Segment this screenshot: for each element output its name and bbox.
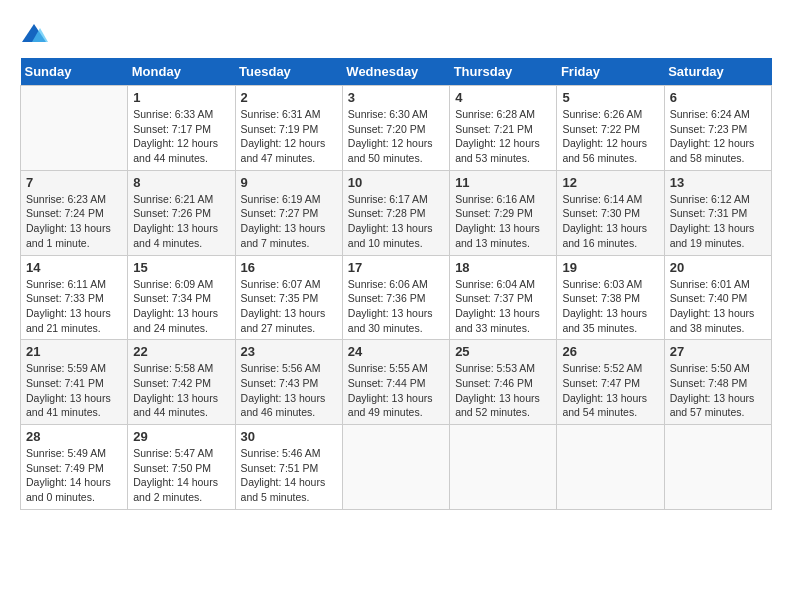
cell-content: Sunrise: 5:56 AM Sunset: 7:43 PM Dayligh… <box>241 361 337 420</box>
day-number: 14 <box>26 260 122 275</box>
day-number: 18 <box>455 260 551 275</box>
calendar-header-row: SundayMondayTuesdayWednesdayThursdayFrid… <box>21 58 772 86</box>
day-number: 30 <box>241 429 337 444</box>
calendar-cell: 21 Sunrise: 5:59 AM Sunset: 7:41 PM Dayl… <box>21 340 128 425</box>
calendar-cell <box>664 425 771 510</box>
cell-content: Sunrise: 6:09 AM Sunset: 7:34 PM Dayligh… <box>133 277 229 336</box>
day-number: 13 <box>670 175 766 190</box>
day-number: 19 <box>562 260 658 275</box>
calendar-cell: 29 Sunrise: 5:47 AM Sunset: 7:50 PM Dayl… <box>128 425 235 510</box>
day-number: 17 <box>348 260 444 275</box>
cell-content: Sunrise: 5:47 AM Sunset: 7:50 PM Dayligh… <box>133 446 229 505</box>
calendar-week-row: 1 Sunrise: 6:33 AM Sunset: 7:17 PM Dayli… <box>21 86 772 171</box>
calendar-table: SundayMondayTuesdayWednesdayThursdayFrid… <box>20 58 772 510</box>
day-number: 2 <box>241 90 337 105</box>
calendar-cell: 10 Sunrise: 6:17 AM Sunset: 7:28 PM Dayl… <box>342 170 449 255</box>
logo <box>20 20 52 48</box>
cell-content: Sunrise: 5:50 AM Sunset: 7:48 PM Dayligh… <box>670 361 766 420</box>
day-number: 10 <box>348 175 444 190</box>
cell-content: Sunrise: 6:26 AM Sunset: 7:22 PM Dayligh… <box>562 107 658 166</box>
calendar-cell: 12 Sunrise: 6:14 AM Sunset: 7:30 PM Dayl… <box>557 170 664 255</box>
day-header-wednesday: Wednesday <box>342 58 449 86</box>
cell-content: Sunrise: 6:30 AM Sunset: 7:20 PM Dayligh… <box>348 107 444 166</box>
cell-content: Sunrise: 6:03 AM Sunset: 7:38 PM Dayligh… <box>562 277 658 336</box>
calendar-cell: 1 Sunrise: 6:33 AM Sunset: 7:17 PM Dayli… <box>128 86 235 171</box>
day-number: 24 <box>348 344 444 359</box>
calendar-cell: 4 Sunrise: 6:28 AM Sunset: 7:21 PM Dayli… <box>450 86 557 171</box>
day-number: 3 <box>348 90 444 105</box>
calendar-cell: 19 Sunrise: 6:03 AM Sunset: 7:38 PM Dayl… <box>557 255 664 340</box>
cell-content: Sunrise: 5:49 AM Sunset: 7:49 PM Dayligh… <box>26 446 122 505</box>
cell-content: Sunrise: 6:17 AM Sunset: 7:28 PM Dayligh… <box>348 192 444 251</box>
calendar-cell: 6 Sunrise: 6:24 AM Sunset: 7:23 PM Dayli… <box>664 86 771 171</box>
calendar-cell: 15 Sunrise: 6:09 AM Sunset: 7:34 PM Dayl… <box>128 255 235 340</box>
day-header-sunday: Sunday <box>21 58 128 86</box>
cell-content: Sunrise: 6:16 AM Sunset: 7:29 PM Dayligh… <box>455 192 551 251</box>
cell-content: Sunrise: 6:31 AM Sunset: 7:19 PM Dayligh… <box>241 107 337 166</box>
calendar-cell: 26 Sunrise: 5:52 AM Sunset: 7:47 PM Dayl… <box>557 340 664 425</box>
calendar-cell <box>21 86 128 171</box>
day-number: 27 <box>670 344 766 359</box>
calendar-cell: 18 Sunrise: 6:04 AM Sunset: 7:37 PM Dayl… <box>450 255 557 340</box>
cell-content: Sunrise: 6:21 AM Sunset: 7:26 PM Dayligh… <box>133 192 229 251</box>
day-number: 7 <box>26 175 122 190</box>
calendar-cell: 16 Sunrise: 6:07 AM Sunset: 7:35 PM Dayl… <box>235 255 342 340</box>
calendar-cell <box>450 425 557 510</box>
calendar-cell: 24 Sunrise: 5:55 AM Sunset: 7:44 PM Dayl… <box>342 340 449 425</box>
calendar-week-row: 7 Sunrise: 6:23 AM Sunset: 7:24 PM Dayli… <box>21 170 772 255</box>
cell-content: Sunrise: 6:14 AM Sunset: 7:30 PM Dayligh… <box>562 192 658 251</box>
day-number: 15 <box>133 260 229 275</box>
cell-content: Sunrise: 6:01 AM Sunset: 7:40 PM Dayligh… <box>670 277 766 336</box>
calendar-cell: 25 Sunrise: 5:53 AM Sunset: 7:46 PM Dayl… <box>450 340 557 425</box>
day-number: 20 <box>670 260 766 275</box>
day-number: 22 <box>133 344 229 359</box>
day-number: 21 <box>26 344 122 359</box>
calendar-cell: 3 Sunrise: 6:30 AM Sunset: 7:20 PM Dayli… <box>342 86 449 171</box>
cell-content: Sunrise: 5:46 AM Sunset: 7:51 PM Dayligh… <box>241 446 337 505</box>
calendar-cell: 8 Sunrise: 6:21 AM Sunset: 7:26 PM Dayli… <box>128 170 235 255</box>
day-number: 25 <box>455 344 551 359</box>
day-number: 26 <box>562 344 658 359</box>
cell-content: Sunrise: 5:58 AM Sunset: 7:42 PM Dayligh… <box>133 361 229 420</box>
day-number: 1 <box>133 90 229 105</box>
day-number: 8 <box>133 175 229 190</box>
calendar-cell: 27 Sunrise: 5:50 AM Sunset: 7:48 PM Dayl… <box>664 340 771 425</box>
cell-content: Sunrise: 6:11 AM Sunset: 7:33 PM Dayligh… <box>26 277 122 336</box>
calendar-cell: 30 Sunrise: 5:46 AM Sunset: 7:51 PM Dayl… <box>235 425 342 510</box>
cell-content: Sunrise: 6:24 AM Sunset: 7:23 PM Dayligh… <box>670 107 766 166</box>
day-number: 6 <box>670 90 766 105</box>
day-header-thursday: Thursday <box>450 58 557 86</box>
calendar-cell <box>557 425 664 510</box>
day-number: 28 <box>26 429 122 444</box>
calendar-week-row: 21 Sunrise: 5:59 AM Sunset: 7:41 PM Dayl… <box>21 340 772 425</box>
cell-content: Sunrise: 6:06 AM Sunset: 7:36 PM Dayligh… <box>348 277 444 336</box>
logo-icon <box>20 20 48 48</box>
day-header-monday: Monday <box>128 58 235 86</box>
day-header-tuesday: Tuesday <box>235 58 342 86</box>
day-number: 23 <box>241 344 337 359</box>
calendar-cell: 14 Sunrise: 6:11 AM Sunset: 7:33 PM Dayl… <box>21 255 128 340</box>
page-header <box>20 20 772 48</box>
cell-content: Sunrise: 6:28 AM Sunset: 7:21 PM Dayligh… <box>455 107 551 166</box>
cell-content: Sunrise: 6:07 AM Sunset: 7:35 PM Dayligh… <box>241 277 337 336</box>
cell-content: Sunrise: 5:59 AM Sunset: 7:41 PM Dayligh… <box>26 361 122 420</box>
day-header-friday: Friday <box>557 58 664 86</box>
day-number: 4 <box>455 90 551 105</box>
cell-content: Sunrise: 6:23 AM Sunset: 7:24 PM Dayligh… <box>26 192 122 251</box>
calendar-cell <box>342 425 449 510</box>
day-number: 5 <box>562 90 658 105</box>
cell-content: Sunrise: 6:04 AM Sunset: 7:37 PM Dayligh… <box>455 277 551 336</box>
calendar-cell: 11 Sunrise: 6:16 AM Sunset: 7:29 PM Dayl… <box>450 170 557 255</box>
calendar-cell: 9 Sunrise: 6:19 AM Sunset: 7:27 PM Dayli… <box>235 170 342 255</box>
calendar-cell: 20 Sunrise: 6:01 AM Sunset: 7:40 PM Dayl… <box>664 255 771 340</box>
day-header-saturday: Saturday <box>664 58 771 86</box>
calendar-cell: 2 Sunrise: 6:31 AM Sunset: 7:19 PM Dayli… <box>235 86 342 171</box>
day-number: 12 <box>562 175 658 190</box>
calendar-cell: 22 Sunrise: 5:58 AM Sunset: 7:42 PM Dayl… <box>128 340 235 425</box>
calendar-cell: 13 Sunrise: 6:12 AM Sunset: 7:31 PM Dayl… <box>664 170 771 255</box>
cell-content: Sunrise: 6:12 AM Sunset: 7:31 PM Dayligh… <box>670 192 766 251</box>
cell-content: Sunrise: 6:33 AM Sunset: 7:17 PM Dayligh… <box>133 107 229 166</box>
day-number: 9 <box>241 175 337 190</box>
cell-content: Sunrise: 5:55 AM Sunset: 7:44 PM Dayligh… <box>348 361 444 420</box>
calendar-cell: 28 Sunrise: 5:49 AM Sunset: 7:49 PM Dayl… <box>21 425 128 510</box>
